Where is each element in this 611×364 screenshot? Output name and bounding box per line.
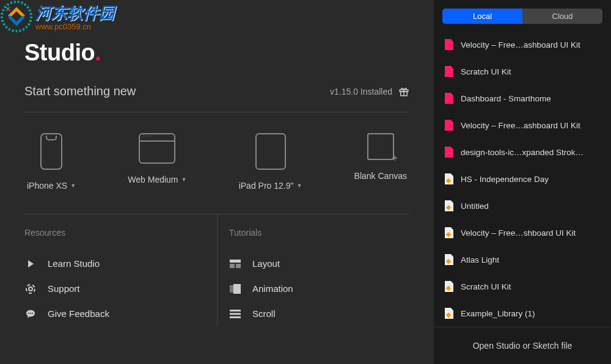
file-row[interactable]: HS - Independence Day	[434, 166, 611, 192]
file-name: Velocity – Free…ashboard UI Kit	[461, 121, 580, 130]
chat-icon	[24, 309, 37, 319]
file-icon	[445, 227, 453, 238]
play-icon	[24, 259, 37, 269]
file-icon	[445, 93, 453, 104]
file-icon	[445, 200, 453, 211]
app-logo: Studio.	[24, 40, 409, 66]
phone-icon	[40, 133, 62, 170]
file-icon	[445, 308, 453, 319]
template-iphone-xs[interactable]: iPhone XS▼	[27, 133, 76, 191]
tutorial-layout-link[interactable]: Layout	[229, 251, 409, 276]
file-row[interactable]: Dashboard - Smarthome	[434, 85, 611, 112]
file-row[interactable]: Untitled	[434, 192, 611, 219]
file-icon	[445, 173, 453, 184]
svg-point-9	[32, 313, 33, 314]
learn-studio-link[interactable]: Learn Studio	[24, 251, 205, 276]
chevron-down-icon: ▼	[70, 183, 76, 189]
tutorials-heading: Tutorials	[229, 228, 409, 238]
file-icon	[445, 147, 453, 158]
file-name: Dashboard - Smarthome	[461, 94, 551, 103]
file-name: Velocity – Free…shboard UI Kit	[461, 228, 576, 238]
tab-local[interactable]: Local	[442, 9, 522, 24]
lifebuoy-icon	[24, 284, 37, 294]
file-icon	[445, 39, 453, 50]
file-tabs: Local Cloud	[442, 9, 602, 24]
svg-point-7	[28, 313, 29, 314]
file-name: Example_Library (1)	[461, 309, 535, 318]
file-name: Scratch UI Kit	[461, 67, 511, 76]
gift-icon[interactable]	[398, 86, 409, 97]
file-row[interactable]: Example_Library (1)	[434, 300, 611, 327]
resources-heading: Resources	[24, 228, 205, 238]
watermark: 河东软件园 www.pc0359.cn	[0, 0, 122, 37]
file-row[interactable]: Scratch UI Kit	[434, 58, 611, 85]
give-feedback-link[interactable]: Give Feedback	[24, 301, 205, 326]
file-icon	[445, 254, 453, 265]
svg-point-4	[26, 285, 35, 293]
file-name: Atlas Light	[461, 255, 499, 264]
animation-icon	[229, 284, 241, 294]
tablet-icon	[255, 133, 286, 170]
scroll-icon	[229, 309, 241, 319]
blank-canvas-icon	[367, 133, 394, 160]
svg-rect-10	[230, 260, 241, 263]
svg-point-8	[30, 313, 31, 314]
svg-rect-15	[230, 310, 241, 311]
chevron-down-icon: ▼	[296, 183, 302, 189]
file-row[interactable]: Atlas Light	[434, 246, 611, 273]
template-web-medium[interactable]: Web Medium▼	[128, 133, 186, 191]
file-row[interactable]: Velocity – Free…shboard UI Kit	[434, 219, 611, 246]
support-link[interactable]: Support	[24, 276, 205, 301]
svg-rect-16	[230, 313, 241, 315]
tutorials-column: Tutorials Layout Animation Scroll	[205, 214, 409, 326]
file-row[interactable]: Velocity – Free…ashboard UI Kit	[434, 112, 611, 139]
file-name: Velocity – Free…ashboard UI Kit	[461, 40, 580, 49]
file-row[interactable]: Scratch UI Kit	[434, 273, 611, 300]
template-row: iPhone XS▼ Web Medium▼ iPad Pro 12.9"▼ B…	[24, 133, 409, 191]
template-blank-canvas[interactable]: Blank Canvas	[354, 133, 407, 191]
main-panel: ✕ 河东软件园 www.pc0359.cn Studio. Start some…	[0, 0, 434, 364]
tab-cloud[interactable]: Cloud	[522, 9, 602, 24]
file-name: HS - Independence Day	[461, 175, 549, 184]
file-icon	[445, 281, 453, 292]
tutorial-animation-link[interactable]: Animation	[229, 276, 409, 301]
svg-rect-17	[230, 316, 241, 318]
file-name: design-tools-ic…xpanded Strok…	[461, 148, 584, 157]
resources-column: Resources Learn Studio Support Give Feed…	[24, 214, 205, 326]
svg-point-5	[29, 287, 32, 291]
template-ipad-pro[interactable]: iPad Pro 12.9"▼	[239, 133, 302, 191]
svg-rect-12	[236, 264, 241, 268]
file-row[interactable]: design-tools-ic…xpanded Strok…	[434, 139, 611, 166]
sidebar: Local Cloud Velocity – Free…ashboard UI …	[434, 0, 611, 364]
tutorial-scroll-link[interactable]: Scroll	[229, 301, 409, 326]
page-title: Start something new	[24, 84, 136, 98]
svg-rect-14	[233, 284, 241, 294]
file-name: Scratch UI Kit	[461, 282, 511, 291]
file-icon	[445, 120, 453, 131]
close-icon[interactable]: ✕	[5, 5, 11, 13]
browser-icon	[139, 133, 175, 164]
file-name: Untitled	[461, 202, 489, 211]
open-file-button[interactable]: Open Studio or Sketch file	[434, 327, 611, 364]
layout-icon	[229, 259, 241, 269]
file-list: Velocity – Free…ashboard UI KitScratch U…	[434, 31, 611, 327]
file-row[interactable]: Velocity – Free…ashboard UI Kit	[434, 31, 611, 58]
svg-rect-11	[230, 264, 235, 268]
version-label: v1.15.0 Installed	[330, 86, 409, 97]
chevron-down-icon: ▼	[181, 177, 187, 183]
file-icon	[445, 66, 453, 77]
